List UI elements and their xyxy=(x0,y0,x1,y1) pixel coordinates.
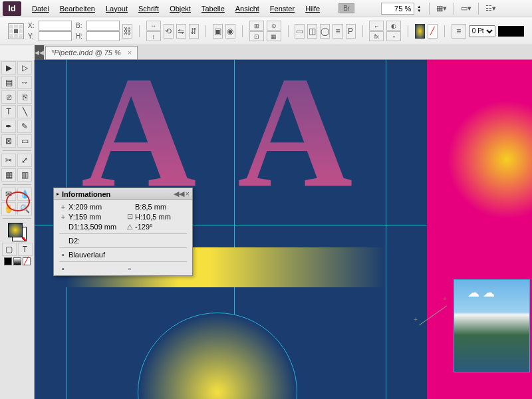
pen-tool[interactable]: ✒ xyxy=(1,120,16,133)
rectangle-tool[interactable]: ▭ xyxy=(17,134,32,148)
rectangle-frame-tool[interactable]: ⊠ xyxy=(1,134,16,148)
scale-y-icon[interactable]: ↕ xyxy=(146,31,161,41)
angle-icon: △ xyxy=(126,222,134,231)
type-tool[interactable]: T xyxy=(1,105,16,118)
stroke-swatch-icon[interactable]: ╱ xyxy=(428,24,438,39)
info-panel[interactable]: ▸ Informationen ◀◀ × +X:209 mm B:8,5 mm … xyxy=(53,188,193,276)
magenta-circle[interactable] xyxy=(447,100,532,219)
content-placer-tool[interactable]: ⎘ xyxy=(17,90,32,104)
zoom-tool[interactable]: 🔍 xyxy=(17,202,32,215)
line-tool[interactable]: ╲ xyxy=(17,105,32,118)
apply-color-icon[interactable] xyxy=(4,257,12,265)
content-collector-tool[interactable]: ⎚ xyxy=(1,90,16,104)
fit-frame-icon[interactable]: ⊡ xyxy=(249,31,264,41)
page-tool[interactable]: ▤ xyxy=(1,76,16,89)
dropdown-icon[interactable] xyxy=(417,4,425,13)
wrap-bbox-icon[interactable]: ◫ xyxy=(307,24,317,39)
photo-frame[interactable] xyxy=(454,279,530,372)
info-angle: -129° xyxy=(135,223,152,231)
flip-h-icon[interactable]: ⇋ xyxy=(176,24,186,39)
wrap-none-icon[interactable]: ▭ xyxy=(295,24,305,39)
cursor-marker-icon: + xyxy=(443,295,447,303)
menu-edit[interactable]: Bearbeiten xyxy=(55,5,100,13)
select-container-icon[interactable]: ▣ xyxy=(213,24,223,39)
collapse-icon[interactable]: ▸ xyxy=(57,191,59,197)
close-tab-icon[interactable]: × xyxy=(128,49,132,57)
screen-mode-icon[interactable]: ▭▾ xyxy=(458,3,474,15)
eyedropper-tool[interactable]: 💧 xyxy=(17,188,32,201)
effects-icon[interactable]: fx xyxy=(369,31,384,41)
menu-object[interactable]: Objekt xyxy=(164,5,196,13)
info-panel-header[interactable]: ▸ Informationen ◀◀ × xyxy=(54,188,192,200)
separator xyxy=(3,218,31,219)
separator xyxy=(288,25,289,37)
menu-layout[interactable]: Layout xyxy=(100,5,133,13)
corner-icon[interactable]: ⌐ xyxy=(369,21,384,31)
formatting-text-icon[interactable]: T xyxy=(18,243,33,256)
stroke-weight-select[interactable]: 0 Pt xyxy=(469,25,495,37)
x-input[interactable] xyxy=(39,21,72,31)
menu-table[interactable]: Tabelle xyxy=(196,5,230,13)
fit-content-icon[interactable]: ⊞ xyxy=(249,21,264,31)
fill-stroke-swatch[interactable] xyxy=(8,223,27,241)
fill-swatch-icon[interactable] xyxy=(415,24,425,39)
separator xyxy=(59,233,187,234)
bridge-badge[interactable]: Br xyxy=(338,3,354,13)
gradient-swatch-tool[interactable]: ▦ xyxy=(1,168,16,182)
gap-tool[interactable]: ↔ xyxy=(17,76,32,89)
letter-graphic[interactable]: A xyxy=(237,60,352,223)
center-content-icon[interactable]: ⊙ xyxy=(267,21,281,31)
wrap-jump-icon[interactable]: ≡ xyxy=(332,24,342,39)
separator xyxy=(59,261,187,262)
stroke-style-preview[interactable] xyxy=(498,26,524,37)
free-transform-tool[interactable]: ⤢ xyxy=(17,154,32,167)
type-path-icon[interactable]: P xyxy=(346,24,356,39)
menu-view[interactable]: Ansicht xyxy=(230,5,265,13)
pencil-tool[interactable]: ✎ xyxy=(17,120,32,133)
menu-file[interactable]: Datei xyxy=(27,5,55,13)
gradient-feather-tool[interactable]: ▥ xyxy=(17,168,32,182)
zoom-input[interactable] xyxy=(381,3,414,15)
panel-toggle-icon[interactable]: ◀◀ xyxy=(35,45,44,60)
document-tab[interactable]: *Pipette.indd @ 75 % × xyxy=(45,46,138,59)
rotate-icon[interactable]: ⟲ xyxy=(164,24,174,39)
selection-tool[interactable]: ▶ xyxy=(1,61,16,74)
formatting-container-icon[interactable]: ▢ xyxy=(2,243,17,256)
hand-tool[interactable]: ✋ xyxy=(1,202,16,215)
direct-selection-tool[interactable]: ▷ xyxy=(17,61,32,74)
drop-shadow-icon[interactable]: ▫ xyxy=(386,31,401,41)
gradient-circle[interactable] xyxy=(138,313,297,399)
menu-font[interactable]: Schrift xyxy=(133,5,164,13)
stroke-weight-icon: ≡ xyxy=(452,24,466,39)
panel-close-icon[interactable]: × xyxy=(186,190,190,198)
guide[interactable] xyxy=(386,60,386,399)
scale-x-icon[interactable]: ↔ xyxy=(146,21,161,31)
menu-help[interactable]: Hilfe xyxy=(300,5,325,13)
info-d1: D1:13,509 mm xyxy=(68,223,116,231)
flip-v-icon[interactable]: ⇵ xyxy=(189,24,199,39)
scissors-tool[interactable]: ✂ xyxy=(1,154,16,167)
control-bar: X: Y: B: H: ⛓ ↔ ↕ ⟲ ⇋ ⇵ ▣ ◉ ⊞ ⊡ ⊙ ▦ ▭ ◫ … xyxy=(0,17,532,45)
note-tool[interactable]: ✉ xyxy=(1,188,16,201)
apply-none-icon[interactable]: ╱ xyxy=(23,257,31,265)
h-input[interactable] xyxy=(86,31,120,41)
info-d2: D2: xyxy=(68,237,80,245)
view-options-icon[interactable]: ▦▾ xyxy=(434,3,450,15)
arrange-icon[interactable]: ☷▾ xyxy=(483,3,499,15)
constrain-icon[interactable]: ⛓ xyxy=(122,24,132,39)
wrap-shape-icon[interactable]: ◯ xyxy=(320,24,330,39)
zoom-control[interactable] xyxy=(381,3,425,15)
w-input[interactable] xyxy=(86,21,120,31)
opacity-icon[interactable]: ◐ xyxy=(386,21,401,31)
panel-menu-icon[interactable]: ◀◀ xyxy=(174,190,184,198)
fill-frame-icon[interactable]: ▦ xyxy=(267,31,281,41)
select-content-icon[interactable]: ◉ xyxy=(225,24,235,39)
y-label: Y: xyxy=(28,33,37,40)
menu-window[interactable]: Fenster xyxy=(265,5,300,13)
cursor-marker-icon: + xyxy=(414,316,418,323)
apply-gradient-icon[interactable] xyxy=(13,257,21,265)
fill-color-swatch[interactable] xyxy=(8,223,23,237)
y-input[interactable] xyxy=(39,31,72,41)
info-w: B:8,5 mm xyxy=(135,203,166,211)
reference-point[interactable] xyxy=(8,23,24,39)
